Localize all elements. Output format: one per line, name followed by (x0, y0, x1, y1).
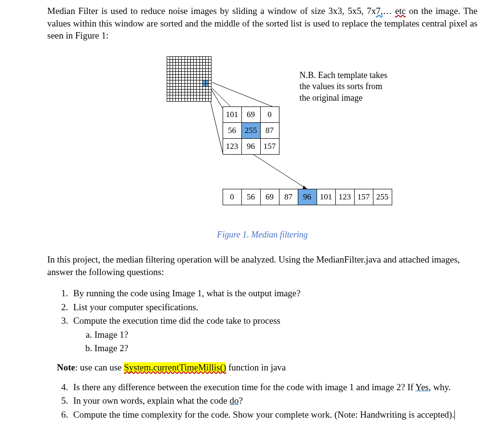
figure-caption: Figure 1. Median filtering (47, 230, 477, 240)
kernel-cell: 255 (241, 122, 260, 138)
svg-line-4 (251, 153, 307, 189)
grid-cell (209, 98, 212, 101)
svg-line-1 (212, 82, 277, 108)
paragraph-2: In this project, the median filtering op… (47, 253, 477, 278)
kernel-cell: 157 (260, 138, 279, 154)
question-list: By running the code using Image 1, what … (47, 287, 477, 356)
question-2: List your computer specifications. (70, 301, 477, 315)
question-3-sub: Image 1? Image 2? (73, 328, 477, 356)
q4-text-b: , why. (429, 382, 451, 392)
kernel-cell: 101 (223, 106, 241, 122)
question-list-2: Is there any difference between the exec… (47, 381, 477, 422)
nb-note: N.B. Each template takes the values its … (300, 70, 387, 104)
sorted-cell: 123 (335, 189, 354, 205)
kernel-cell: 0 (260, 106, 279, 122)
note-mid: : use can use (75, 362, 124, 372)
note-suffix: function in java (226, 362, 286, 372)
note-label: Note (57, 362, 75, 372)
sorted-cell: 101 (317, 189, 335, 205)
question-3a: Image 1? (94, 328, 477, 342)
q3-text: Compute the execution time did the code … (73, 316, 280, 326)
sorted-cell: 157 (354, 189, 373, 205)
question-6: Compute the time complexity for the code… (70, 408, 477, 422)
question-1: By running the code using Image 1, what … (70, 287, 477, 301)
sorted-cell: 0 (223, 189, 241, 205)
q6-text: Compute the time complexity for the code… (73, 409, 454, 420)
kernel-cell: 56 (223, 122, 241, 138)
sorted-cell: 69 (260, 189, 279, 205)
sorted-cell: 87 (279, 189, 298, 205)
q4-text-a: Is there any difference between the exec… (73, 382, 415, 392)
note-code: System.currentTimeMillis() (124, 362, 226, 372)
q5-text-b: ? (239, 395, 243, 406)
kernel-cell: 69 (241, 106, 260, 122)
sorted-cell: 56 (241, 189, 260, 205)
note-line: Note: use can use System.currentTimeMill… (57, 362, 477, 373)
q5-text-a: In your own words, explain what the code (73, 395, 230, 406)
question-3: Compute the execution time did the code … (70, 314, 477, 356)
intro-paragraph: Median Filter is used to reduce noise im… (47, 5, 477, 42)
sorted-row: 056698796101123157255 (223, 189, 392, 205)
kernel-cell: 123 (223, 138, 241, 154)
nb-line-3: the original image (300, 92, 387, 104)
intro-text-2: … (383, 6, 395, 16)
intro-text-1: Median Filter is used to reduce noise im… (47, 6, 376, 16)
q5-do: do (230, 395, 239, 406)
q4-yes: Yes (415, 382, 429, 392)
text-cursor (454, 410, 455, 420)
question-5: In your own words, explain what the code… (70, 394, 477, 408)
kernel-3x3: 101690562558712396157 (223, 106, 279, 155)
sorted-cell: 96 (298, 189, 317, 205)
kernel-cell: 87 (260, 122, 279, 138)
image-grid (167, 56, 212, 102)
nb-line-1: N.B. Each template takes (300, 70, 387, 81)
question-4: Is there any difference between the exec… (70, 381, 477, 395)
sorted-cell: 255 (373, 189, 392, 205)
figure-1: N.B. Each template takes the values its … (82, 56, 443, 220)
nb-line-2: the values its sorts from (300, 81, 387, 92)
squiggle-7: 7, (376, 6, 383, 16)
question-3b: Image 2? (94, 342, 477, 356)
squiggle-etc: etc (395, 6, 406, 16)
kernel-cell: 96 (241, 138, 260, 154)
